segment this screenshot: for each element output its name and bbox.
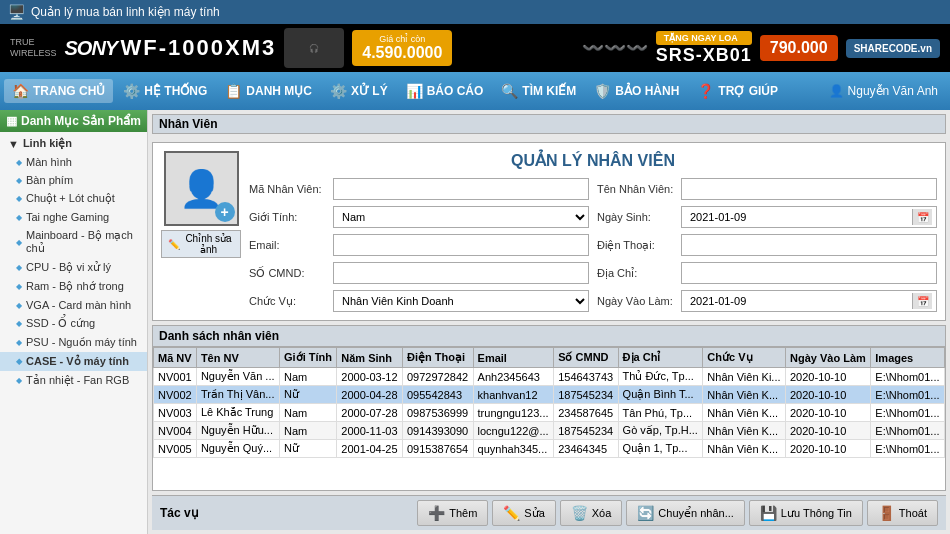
baocao-icon: 📊 — [406, 83, 423, 99]
chuyennhan-button[interactable]: 🔄 Chuyển nhân... — [626, 500, 745, 526]
user-icon: 👤 — [829, 84, 844, 98]
chucvu-label: Chức Vụ: — [249, 295, 329, 308]
nav-trogiup[interactable]: ❓ TRỢ GIÚP — [689, 79, 786, 103]
nav-baohanh[interactable]: 🛡️ BẢO HÀNH — [586, 79, 687, 103]
sua-label: Sửa — [524, 507, 544, 520]
table-cell: Lê Khắc Trung — [196, 404, 279, 422]
table-row[interactable]: NV004Nguyễn Hữu...Nam2000-11-03091439309… — [154, 422, 945, 440]
sidebar-item-mainboard[interactable]: ◆ Mainboard - Bộ mạch chủ — [0, 226, 147, 258]
category-label: Linh kiện — [23, 137, 72, 150]
nav-timkiem[interactable]: 🔍 TÌM KIẾM — [493, 79, 584, 103]
sidebar-item-tainghe[interactable]: ◆ Tai nghe Gaming — [0, 208, 147, 226]
nav-baocao-label: BÁO CÁO — [427, 84, 484, 98]
table-row[interactable]: NV003Lê Khắc TrungNam2000-07-28098753699… — [154, 404, 945, 422]
xoa-button[interactable]: 🗑️ Xóa — [560, 500, 623, 526]
dot-icon: ◆ — [16, 213, 22, 222]
table-cell: 187545234 — [554, 422, 618, 440]
table-row[interactable]: NV002Trần Thị Vân...Nữ2000-04-2809554284… — [154, 386, 945, 404]
table-cell: Anh2345643 — [473, 368, 554, 386]
manv-label: Mã Nhân Viên: — [249, 183, 329, 195]
nav-xuly[interactable]: ⚙️ XỬ LÝ — [322, 79, 396, 103]
chucvu-select[interactable]: Nhân Viên Kinh Doanh Quản Lý — [333, 290, 589, 312]
col-images: Images — [871, 348, 945, 368]
cmnd-label: SỐ CMND: — [249, 267, 329, 280]
ngaysinh-date-wrapper: 2021-01-09 📅 — [681, 206, 937, 228]
chuyennhan-icon: 🔄 — [637, 505, 654, 521]
sidebar-item-banphim[interactable]: ◆ Bàn phím — [0, 171, 147, 189]
cmnd-input[interactable] — [333, 262, 589, 284]
sidebar: ▦ Danh Mục Sản Phẩm ▼ Linh kiện ◆ Màn hì… — [0, 110, 148, 534]
table-cell: NV002 — [154, 386, 197, 404]
speaker-model: SRS-XB01 — [656, 45, 752, 65]
form-row-diachi: Địa Chỉ: — [597, 262, 937, 284]
sidebar-item-vga[interactable]: ◆ VGA - Card màn hình — [0, 296, 147, 314]
table-wrapper[interactable]: Mã NV Tên NV Giới Tính Năm Sinh Điện Tho… — [153, 347, 945, 490]
sua-button[interactable]: ✏️ Sửa — [492, 500, 555, 526]
tennv-input[interactable] — [681, 178, 937, 200]
sidebar-item-psu[interactable]: ◆ PSU - Nguồn máy tính — [0, 333, 147, 352]
nav-hethong[interactable]: ⚙️ HỆ THỐNG — [115, 79, 215, 103]
col-cmnd: Số CMND — [554, 348, 618, 368]
table-cell: Quận Bình T... — [618, 386, 703, 404]
them-label: Thêm — [449, 507, 477, 519]
form-row-ngayvaolam: Ngày Vào Làm: 2021-01-09 📅 — [597, 290, 937, 312]
xuly-icon: ⚙️ — [330, 83, 347, 99]
avatar-person-icon: 👤 — [179, 168, 224, 210]
ngayvaolam-calendar-btn[interactable]: 📅 — [912, 293, 932, 309]
ngaysinh-calendar-btn[interactable]: 📅 — [912, 209, 932, 225]
col-gioitinh: Giới Tính — [280, 348, 337, 368]
edit-icon: ✏️ — [168, 239, 180, 250]
sidebar-category-linhkien[interactable]: ▼ Linh kiện — [0, 134, 147, 153]
trangchu-icon: 🏠 — [12, 83, 29, 99]
table-row[interactable]: NV005Nguyễn Quý...Nữ2001-04-250915387654… — [154, 440, 945, 458]
col-chucvu: Chức Vụ — [703, 348, 786, 368]
dienthoai-input[interactable] — [681, 234, 937, 256]
sidebar-item-case[interactable]: ◆ CASE - Vỏ máy tính — [0, 352, 147, 371]
user-info[interactable]: 👤 Nguyễn Văn Anh — [821, 80, 946, 102]
nav-baocao[interactable]: 📊 BÁO CÁO — [398, 79, 492, 103]
avatar-plus-icon[interactable]: + — [215, 202, 235, 222]
sidebar-item-chuot[interactable]: ◆ Chuột + Lót chuột — [0, 189, 147, 208]
table-row[interactable]: NV001Nguyễn Văn ...Nam2000-03-1209729728… — [154, 368, 945, 386]
luu-button[interactable]: 💾 Lưu Thông Tin — [749, 500, 863, 526]
table-cell: 0972972842 — [402, 368, 473, 386]
them-button[interactable]: ➕ Thêm — [417, 500, 488, 526]
diachi-input[interactable] — [681, 262, 937, 284]
form-row-ngaysinh: Ngày Sinh: 2021-01-09 📅 — [597, 206, 937, 228]
speaker-price: 790.000 — [760, 35, 838, 61]
email-input[interactable] — [333, 234, 589, 256]
nav-trangchu[interactable]: 🏠 TRANG CHỦ — [4, 79, 113, 103]
edit-btn-label: Chỉnh sửa ảnh — [183, 233, 234, 255]
table-cell: 234587645 — [554, 404, 618, 422]
dienthoai-label: Điện Thoại: — [597, 239, 677, 252]
table-cell: Nhân Viên K... — [703, 404, 786, 422]
wave-icon: 〰️〰️〰️ — [582, 37, 648, 59]
nav-trogiup-label: TRỢ GIÚP — [718, 84, 778, 98]
thoat-button[interactable]: 🚪 Thoát — [867, 500, 938, 526]
nav-danhmuc-label: DANH MỤC — [246, 84, 312, 98]
nav-danhmuc[interactable]: 📋 DANH MỤC — [217, 79, 320, 103]
sidebar-item-ssd[interactable]: ◆ SSD - Ổ cứng — [0, 314, 147, 333]
sidebar-item-label: PSU - Nguồn máy tính — [26, 336, 137, 349]
nav-hethong-label: HỆ THỐNG — [144, 84, 207, 98]
sidebar-header-label: Danh Mục Sản Phẩm — [21, 114, 141, 128]
table-cell: 23464345 — [554, 440, 618, 458]
sidebar-item-cpu[interactable]: ◆ CPU - Bộ vi xử lý — [0, 258, 147, 277]
sidebar-item-tannnhiet[interactable]: ◆ Tản nhiệt - Fan RGB — [0, 371, 147, 390]
content-area: Nhân Viên 👤 + ✏️ Chỉnh sửa ảnh — [148, 110, 950, 534]
nav-timkiem-label: TÌM KIẾM — [522, 84, 576, 98]
table-cell: Quận 1, Tp... — [618, 440, 703, 458]
form-section: 👤 + ✏️ Chỉnh sửa ảnh QUẢN LÝ NHÂN VIÊN — [152, 142, 946, 321]
manv-input[interactable] — [333, 178, 589, 200]
sidebar-item-label: Tản nhiệt - Fan RGB — [26, 374, 129, 387]
table-header-row: Mã NV Tên NV Giới Tính Năm Sinh Điện Tho… — [154, 348, 945, 368]
sidebar-item-ram[interactable]: ◆ Ram - Bộ nhớ trong — [0, 277, 147, 296]
task-label: Tác vụ — [160, 506, 199, 520]
ngayvaolam-value: 2021-01-09 — [686, 293, 912, 309]
edit-photo-button[interactable]: ✏️ Chỉnh sửa ảnh — [161, 230, 241, 258]
form-col-left: Mã Nhân Viên: Giới Tính: Nam Nữ — [249, 178, 589, 312]
table-body: NV001Nguyễn Văn ...Nam2000-03-1209729728… — [154, 368, 945, 458]
baohanh-icon: 🛡️ — [594, 83, 611, 99]
gioitinh-select[interactable]: Nam Nữ — [333, 206, 589, 228]
sidebar-item-manhinh[interactable]: ◆ Màn hình — [0, 153, 147, 171]
